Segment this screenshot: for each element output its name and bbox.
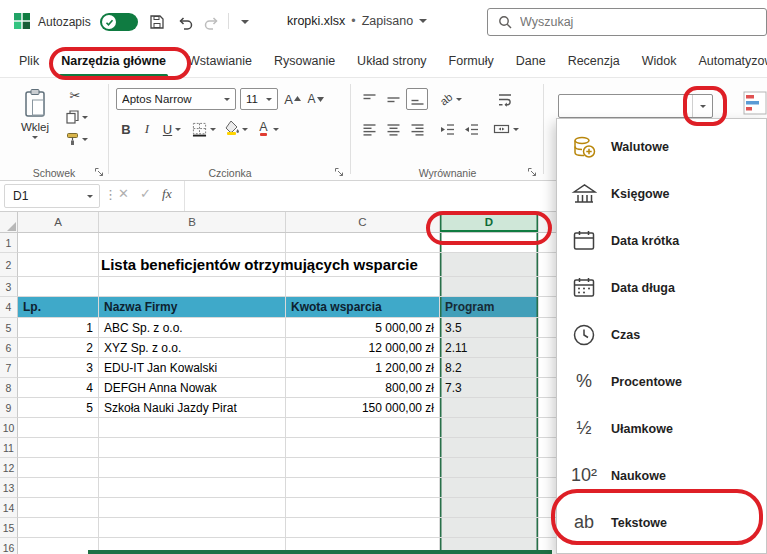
menu-item-text[interactable]: abTekstowe <box>557 499 766 546</box>
tab-recenzja[interactable]: Recenzja <box>557 44 631 77</box>
cell-A12[interactable] <box>18 458 99 478</box>
cell-D6[interactable]: 2.11 <box>440 338 539 358</box>
customize-qat-icon[interactable] <box>234 12 256 32</box>
font-color-button[interactable]: A <box>254 118 282 140</box>
cell-C11[interactable] <box>286 438 440 458</box>
cell-A16[interactable] <box>18 538 99 554</box>
column-header-B[interactable]: B <box>99 212 286 232</box>
cell-C10[interactable] <box>286 418 440 438</box>
column-header-A[interactable]: A <box>18 212 99 232</box>
fill-color-button[interactable] <box>222 118 250 140</box>
cell-C1[interactable] <box>286 233 440 253</box>
cell-B4[interactable]: Nazwa Firmy <box>99 297 286 318</box>
paste-button[interactable]: Wklej <box>12 84 58 154</box>
tab-automatyzowanie[interactable]: Automatyzowanie <box>688 44 767 77</box>
underline-button[interactable]: U <box>158 118 186 140</box>
cell-D5[interactable]: 3.5 <box>440 318 539 338</box>
search-input[interactable] <box>520 15 720 29</box>
tab-rysowanie[interactable]: Rysowanie <box>263 44 346 77</box>
cell-C12[interactable] <box>286 458 440 478</box>
cell-B6[interactable]: XYZ Sp. z o.o. <box>99 338 286 358</box>
cell-B10[interactable] <box>99 418 286 438</box>
tab-formuły[interactable]: Formuły <box>438 44 505 77</box>
row-header-10[interactable]: 10 <box>0 418 18 438</box>
conditional-formatting-button[interactable] <box>743 90 767 118</box>
menu-item-time[interactable]: Czas <box>557 311 766 358</box>
row-header-3[interactable]: 3 <box>0 277 18 297</box>
chevron-down-icon[interactable] <box>219 89 235 109</box>
cell-D10[interactable] <box>440 418 539 438</box>
cell-A2[interactable] <box>18 253 99 277</box>
row-header-4[interactable]: 4 <box>0 297 18 318</box>
copy-button[interactable] <box>62 108 92 126</box>
cell-D11[interactable] <box>440 438 539 458</box>
row-header-12[interactable]: 12 <box>0 458 18 478</box>
column-header-C[interactable]: C <box>286 212 440 232</box>
cell-A6[interactable]: 2 <box>18 338 99 358</box>
cell-B8[interactable]: DEFGH Anna Nowak <box>99 378 286 398</box>
cell-A3[interactable] <box>18 277 99 297</box>
row-header-15[interactable]: 15 <box>0 518 18 538</box>
search-box[interactable] <box>487 8 767 36</box>
menu-item-fraction[interactable]: ½Ułamkowe <box>557 405 766 452</box>
cut-button[interactable]: ✂ <box>64 86 86 104</box>
align-right-button[interactable] <box>406 118 428 140</box>
cell-D13[interactable] <box>440 478 539 498</box>
cell-A1[interactable] <box>18 233 99 253</box>
cell-D7[interactable]: 8.2 <box>440 358 539 378</box>
align-middle-button[interactable] <box>382 88 404 110</box>
row-header-1[interactable]: 1 <box>0 233 18 253</box>
tab-dane[interactable]: Dane <box>505 44 557 77</box>
enter-icon[interactable]: ✓ <box>140 186 151 201</box>
cell-D1[interactable] <box>440 233 539 253</box>
cell-D12[interactable] <box>440 458 539 478</box>
number-format-dropdown-arrow[interactable] <box>692 95 712 117</box>
insert-function-icon[interactable]: fx <box>162 186 172 202</box>
cell-D3[interactable] <box>440 277 539 297</box>
cell-D2[interactable] <box>440 253 539 277</box>
cell-C5[interactable]: 5 000,00 zł <box>286 318 440 338</box>
row-header-7[interactable]: 7 <box>0 358 18 378</box>
merge-center-button[interactable] <box>490 118 522 140</box>
cell-B12[interactable] <box>99 458 286 478</box>
document-title[interactable]: kropki.xlsx • Zapisano <box>287 14 427 28</box>
column-header-D[interactable]: D <box>440 212 539 232</box>
borders-button[interactable] <box>190 118 218 140</box>
row-header-13[interactable]: 13 <box>0 478 18 498</box>
select-all-button[interactable] <box>0 212 18 232</box>
increase-indent-button[interactable] <box>460 118 482 140</box>
cell-A5[interactable]: 1 <box>18 318 99 338</box>
cell-B14[interactable] <box>99 498 286 518</box>
orientation-button[interactable]: ab <box>436 88 466 110</box>
menu-item-scientific[interactable]: 10²Naukowe <box>557 452 766 499</box>
align-top-button[interactable] <box>358 88 380 110</box>
row-header-9[interactable]: 9 <box>0 398 18 418</box>
dialog-launcher-icon[interactable] <box>527 167 537 177</box>
cancel-icon[interactable]: ✕ <box>118 186 129 201</box>
cell-A15[interactable] <box>18 518 99 538</box>
align-center-button[interactable] <box>382 118 404 140</box>
bold-button[interactable]: B <box>116 118 136 140</box>
cell-C8[interactable]: 800,00 zł <box>286 378 440 398</box>
cell-B11[interactable] <box>99 438 286 458</box>
drag-handle-icon[interactable]: ⋮ <box>104 187 117 202</box>
cell-D4[interactable]: Program <box>440 297 539 318</box>
cell-C3[interactable] <box>286 277 440 297</box>
tab-narzędzia-główne[interactable]: Narzędzia główne <box>50 44 177 77</box>
menu-item-short-date[interactable]: Data krótka <box>557 217 766 264</box>
tab-układ-strony[interactable]: Układ strony <box>346 44 437 77</box>
cell-A10[interactable] <box>18 418 99 438</box>
cell-C9[interactable]: 150 000,00 zł <box>286 398 440 418</box>
menu-item-percent[interactable]: %Procentowe <box>557 358 766 405</box>
cell-A14[interactable] <box>18 498 99 518</box>
decrease-font-size-button[interactable]: A <box>305 88 326 110</box>
cell-C7[interactable]: 1 200,00 zł <box>286 358 440 378</box>
name-box[interactable]: D1 <box>4 184 100 208</box>
tab-wstawianie[interactable]: Wstawianie <box>177 44 263 77</box>
cell-C14[interactable] <box>286 498 440 518</box>
decrease-indent-button[interactable] <box>436 118 458 140</box>
row-header-8[interactable]: 8 <box>0 378 18 398</box>
align-left-button[interactable] <box>358 118 380 140</box>
menu-item-currency[interactable]: Walutowe <box>557 123 766 170</box>
font-size-combobox[interactable]: 11 <box>240 88 278 110</box>
